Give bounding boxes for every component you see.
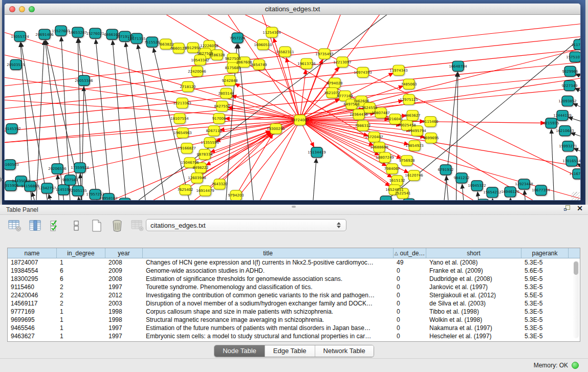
citation-edge-black[interactable] <box>574 104 580 113</box>
citation-edge-black[interactable] <box>462 185 465 201</box>
table-cell[interactable]: 5.3E-5 <box>521 299 569 308</box>
table-cell[interactable]: 0 <box>394 324 426 332</box>
table-cell[interactable]: 2 <box>57 291 105 299</box>
citation-edge-black[interactable] <box>113 41 127 201</box>
table-cell[interactable]: 5.3E-5 <box>521 324 569 332</box>
table-cell[interactable]: 5.6E-5 <box>521 267 569 275</box>
table-cell[interactable]: 14569117 <box>8 299 57 308</box>
column-header-out_de[interactable]: △out_de… <box>394 248 426 258</box>
tab-edge-table[interactable]: Edge Table <box>265 345 315 357</box>
column-header-year[interactable]: year <box>105 248 143 258</box>
row-height-button[interactable] <box>69 218 84 233</box>
table-cell[interactable]: 9699695 <box>8 316 57 324</box>
column-header-name[interactable]: name <box>8 248 57 258</box>
column-header-short[interactable]: short <box>426 248 521 258</box>
table-cell[interactable]: Structural magnetic resonance image aver… <box>143 316 394 324</box>
citation-edge-black[interactable] <box>574 148 580 156</box>
table-vertical-scrollbar[interactable] <box>573 260 579 338</box>
table-cell[interactable]: 1997 <box>105 324 143 332</box>
table-cell[interactable]: 1 <box>57 308 105 316</box>
table-cell[interactable]: 5.5E-5 <box>521 291 569 299</box>
citation-edge-red[interactable] <box>220 120 300 201</box>
table-cell[interactable]: Nakamura et al. (1997) <box>426 324 521 332</box>
zoom-window-button[interactable] <box>29 6 35 12</box>
citation-edge-black[interactable] <box>571 133 580 141</box>
table-cell[interactable]: 5.3E-5 <box>521 308 569 316</box>
table-cell[interactable]: 6 <box>57 275 105 283</box>
table-row[interactable]: 977716911998Corpus callosum shape and si… <box>8 308 580 316</box>
table-cell[interactable]: 0 <box>394 308 426 316</box>
table-cell[interactable]: 1997 <box>105 332 143 340</box>
table-row[interactable]: 1872400712008Changes of HCN gene express… <box>8 258 580 267</box>
table-cell[interactable]: 0 <box>394 291 426 299</box>
table-cell[interactable]: Dudbridge et al. (2008) <box>426 275 521 283</box>
table-cell[interactable]: 9465546 <box>8 324 57 332</box>
citation-edge-red[interactable] <box>5 120 300 189</box>
panel-expand-arrow-icon[interactable] <box>0 177 3 182</box>
table-cell[interactable]: 2008 <box>105 275 143 283</box>
table-cell[interactable]: 9115460 <box>8 283 57 291</box>
close-panel-icon[interactable]: ✕ <box>577 205 583 212</box>
network-node[interactable] <box>477 199 489 201</box>
table-cell[interactable]: 5.3E-5 <box>521 316 569 324</box>
table-cell[interactable]: Corpus callosum shape and size in male p… <box>143 308 394 316</box>
table-cell[interactable]: 1 <box>57 316 105 324</box>
table-cell[interactable]: 2 <box>57 299 105 308</box>
table-cell[interactable]: 0 <box>394 332 426 340</box>
column-header-title[interactable]: title <box>143 248 394 258</box>
table-cell[interactable]: Yano et al. (2008) <box>426 258 521 267</box>
table-cell[interactable]: 2012 <box>105 291 143 299</box>
citation-edge-black[interactable] <box>569 117 580 125</box>
citation-edge-black[interactable] <box>78 39 99 201</box>
citation-edge-black[interactable] <box>312 159 316 201</box>
table-cell[interactable]: 5.3E-5 <box>521 283 569 291</box>
citation-edge-black[interactable] <box>510 199 511 201</box>
citation-edge-black[interactable] <box>576 89 580 97</box>
table-cell[interactable]: Disruption of a novel member of a sodium… <box>143 299 394 308</box>
table-cell[interactable]: Genome-wide association studies in ADHD. <box>143 267 394 275</box>
citation-edge-black[interactable] <box>442 73 458 201</box>
citation-edge-red[interactable] <box>5 35 580 98</box>
table-cell[interactable]: Estimation of the future numbers of pati… <box>143 324 394 332</box>
table-cell[interactable]: 5.3E-5 <box>521 258 569 267</box>
table-row[interactable]: 911546021997Tourette syndrome. Phenomeno… <box>8 283 580 291</box>
new-column-button[interactable] <box>89 218 104 233</box>
citation-edge-black[interactable] <box>78 39 81 201</box>
table-cell[interactable]: 0 <box>394 283 426 291</box>
citation-edge-black[interactable] <box>35 41 44 201</box>
close-window-button[interactable] <box>9 6 15 12</box>
table-cell[interactable]: Wolkin et al. (1998) <box>426 316 521 324</box>
table-row[interactable]: 2242004622012Investigating the contribut… <box>8 291 580 299</box>
table-cell[interactable]: 6 <box>57 267 105 275</box>
column-header-in_degree[interactable]: in_degree <box>57 248 105 258</box>
citation-edge-black[interactable] <box>49 195 56 201</box>
citation-edge-red[interactable] <box>207 120 300 165</box>
select-columns-button[interactable] <box>48 218 63 233</box>
table-cell[interactable]: Jankovic et al. (1997) <box>426 283 521 291</box>
float-panel-icon[interactable] <box>564 205 571 212</box>
citation-edge-black[interactable] <box>126 43 148 201</box>
tab-network-table[interactable]: Network Table <box>315 345 374 357</box>
table-cell[interactable]: 0 <box>394 299 426 308</box>
table-row[interactable]: 946554611997Estimation of the future num… <box>8 324 580 332</box>
table-cell[interactable]: 9777169 <box>8 308 57 316</box>
table-cell[interactable]: 2009 <box>105 267 143 275</box>
table-cell[interactable]: Estimation of significance thresholds fo… <box>143 275 394 283</box>
table-cell[interactable]: 18724007 <box>8 258 57 267</box>
minimize-window-button[interactable] <box>19 6 25 12</box>
table-cell[interactable]: Stergiakouli et al. (2012) <box>426 291 521 299</box>
window-resize-grip[interactable] <box>572 192 580 200</box>
table-cell[interactable]: 2 <box>57 283 105 291</box>
table-cell[interactable]: Hescheler et al. (1997) <box>426 332 521 340</box>
table-cell[interactable]: Tibbo et al. (1998) <box>426 308 521 316</box>
column-header-pagerank[interactable]: pagerank <box>521 248 569 258</box>
show-columns-button[interactable] <box>28 218 43 233</box>
table-cell[interactable]: 2003 <box>105 299 143 308</box>
scrollbar-thumb[interactable] <box>574 261 578 275</box>
citation-edge-red[interactable] <box>300 120 580 169</box>
citation-edge-black[interactable] <box>96 40 112 201</box>
network-node[interactable] <box>119 198 130 201</box>
table-cell[interactable]: 1 <box>57 332 105 340</box>
citation-edge-black[interactable] <box>446 177 450 201</box>
table-cell[interactable]: 5.9E-5 <box>521 275 569 283</box>
